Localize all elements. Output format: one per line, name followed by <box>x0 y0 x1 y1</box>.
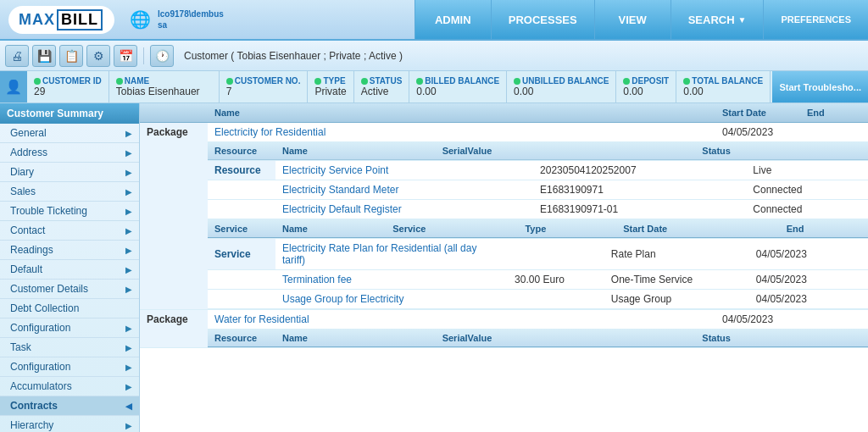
package1-name[interactable]: Electricity for Residential <box>208 123 715 142</box>
sidebar-item-default[interactable]: Default ▶ <box>0 260 139 280</box>
print-button[interactable]: 🖨 <box>5 45 29 67</box>
table-row: Service Electricity Rate Plan for Reside… <box>208 239 868 270</box>
resource-name-3[interactable]: Electricity Default Register <box>275 200 533 219</box>
service-startdate-1: 04/05/2023 <box>749 239 848 270</box>
name-value: Tobias Eisenhauer <box>116 86 212 97</box>
sidebar-item-task[interactable]: Task ▶ <box>0 338 139 357</box>
calendar-button[interactable]: 📅 <box>114 45 137 67</box>
sidebar-item-general[interactable]: General ▶ <box>0 124 139 143</box>
package1-section-label: Package <box>140 123 208 310</box>
service-name-1[interactable]: Electricity Rate Plan for Residential (a… <box>275 239 508 270</box>
resource-status-2: Connected <box>746 180 868 200</box>
sidebar-item-readings[interactable]: Readings ▶ <box>0 241 139 260</box>
resource2-serial-header: SerialValue <box>436 330 696 347</box>
tab-processes[interactable]: PROCESSES <box>491 0 594 39</box>
name-label: NAME <box>116 76 212 86</box>
arrow-icon-diary: ▶ <box>125 168 132 177</box>
resource-name-header: Name <box>275 142 436 160</box>
package2-name[interactable]: Water for Residential <box>208 310 715 330</box>
tab-view[interactable]: VIEW <box>594 0 670 39</box>
unbilled-balance-value: 0.00 <box>514 86 609 97</box>
total-balance-value: 0.00 <box>683 86 763 97</box>
service-end-header: End <box>780 220 868 238</box>
col-total-balance: TOTAL BALANCE 0.00 <box>676 71 771 102</box>
arrow-icon-readings: ▶ <box>125 246 132 255</box>
table-row: Electricity Standard Meter E1683190971 C… <box>208 180 868 200</box>
service-type-header: Type <box>518 220 616 238</box>
service-type-2: One-Time Service <box>604 270 749 290</box>
resource-serial-3: E1683190971-01 <box>533 200 746 219</box>
sidebar: Customer Summary General ▶ Address ▶ Dia… <box>0 103 140 432</box>
service-name-3[interactable]: Usage Group for Electricity <box>275 290 508 309</box>
empty-col-header <box>140 103 208 123</box>
service-startdate-header: Start Date <box>616 220 780 238</box>
service-name-2[interactable]: Termination fee <box>275 270 508 290</box>
service-startdate-2: 04/05/2023 <box>749 270 848 290</box>
col-name: NAME Tobias Eisenhauer <box>109 71 220 102</box>
sidebar-item-debt-collection[interactable]: Debt Collection <box>0 299 139 318</box>
tab-search[interactable]: SEARCH ▼ <box>670 0 764 39</box>
col-billed-balance: BILLED BALANCE 0.00 <box>409 71 507 102</box>
service-rows-cell: Service Electricity Rate Plan for Reside… <box>208 239 868 310</box>
service-startdate-3: 04/05/2023 <box>749 290 848 309</box>
col-customer-id: CUSTOMER ID 29 <box>27 71 109 102</box>
service-label-1: Service <box>208 239 275 270</box>
sidebar-item-contact[interactable]: Contact ▶ <box>0 221 139 241</box>
sidebar-item-diary[interactable]: Diary ▶ <box>0 163 139 182</box>
arrow-icon-sales: ▶ <box>125 187 132 197</box>
resource-header-row: Resource Name SerialValue Status <box>140 142 868 161</box>
logo-max: MAX <box>19 11 55 29</box>
sidebar-item-customer-details[interactable]: Customer Details ▶ <box>0 280 139 299</box>
resource-name-1[interactable]: Electricity Service Point <box>275 161 533 180</box>
service-end-3 <box>848 290 868 309</box>
status-dot-id <box>34 78 41 85</box>
main-layout: Customer Summary General ▶ Address ▶ Dia… <box>0 103 868 432</box>
resource2-header-row: Resource Name SerialValue Status <box>140 330 868 348</box>
table-row: Package Electricity for Residential 04/0… <box>140 123 868 142</box>
service-label-2 <box>208 270 275 290</box>
sidebar-item-configuration[interactable]: Configuration ▶ <box>0 357 139 377</box>
service-rows-row: Service Electricity Rate Plan for Reside… <box>140 239 868 310</box>
settings-button[interactable]: ⚙ <box>86 45 110 67</box>
customer-id-label: CUSTOMER ID <box>34 76 102 86</box>
service-name-header: Name <box>275 220 386 238</box>
customer-no-label: CUSTOMER NO. <box>226 76 301 86</box>
type-label: TYPE <box>314 76 346 86</box>
col-deposit: DEPOSIT 0.00 <box>616 71 676 102</box>
sidebar-item-configuration-sub[interactable]: Configuration ▶ <box>0 318 139 338</box>
sidebar-section-customer-summary: Customer Summary <box>0 103 139 124</box>
user-info: lco9178\dembus sa <box>158 8 224 30</box>
customer-id-value: 29 <box>34 86 102 97</box>
tab-preferences[interactable]: PREFERENCES <box>763 0 868 39</box>
resource-name-2[interactable]: Electricity Standard Meter <box>275 180 533 200</box>
clock-button[interactable]: 🕐 <box>150 45 174 67</box>
sidebar-item-address[interactable]: Address ▶ <box>0 143 139 163</box>
sidebar-item-hierarchy[interactable]: Hierarchy ▶ <box>0 416 139 432</box>
col-unbilled-balance: UNBILLED BALANCE 0.00 <box>507 71 616 102</box>
arrow-icon-config-sub: ▶ <box>125 324 132 333</box>
logo: MAX BILL <box>8 6 114 34</box>
logo-bill: BILL <box>57 9 103 30</box>
sidebar-item-accumulators[interactable]: Accumulators ▶ <box>0 377 139 396</box>
table-row: Resource Electricity Service Point 20230… <box>140 161 868 220</box>
globe-icon[interactable]: 🌐 <box>130 9 151 30</box>
sidebar-item-sales[interactable]: Sales ▶ <box>0 182 139 202</box>
service-svc-2: 30.00 Euro <box>508 270 604 290</box>
sidebar-item-trouble-ticketing[interactable]: Trouble Ticketing ▶ <box>0 202 139 221</box>
troubleshoot-button[interactable]: Start Troublesho... <box>772 71 868 102</box>
arrow-icon-contact: ▶ <box>125 226 132 235</box>
arrow-icon-default: ▶ <box>125 265 132 274</box>
resource-col1-header: Resource <box>208 142 275 160</box>
arrow-icon-contracts: ◀ <box>125 402 132 411</box>
resource-serial-header: SerialValue <box>436 142 696 160</box>
customer-no-value: 7 <box>226 86 301 97</box>
copy-button[interactable]: 📋 <box>59 45 83 67</box>
sidebar-item-contracts[interactable]: Contracts ◀ <box>0 396 139 416</box>
service-end-2 <box>848 270 868 290</box>
resource-label-1: Resource <box>208 161 275 180</box>
resource2-name-header: Name <box>275 330 436 347</box>
tab-admin[interactable]: ADMIN <box>415 0 491 39</box>
resource2-header-cell: Resource Name SerialValue Status <box>208 330 868 348</box>
save-button[interactable]: 💾 <box>32 45 56 67</box>
arrow-icon-hierarchy: ▶ <box>125 421 132 430</box>
